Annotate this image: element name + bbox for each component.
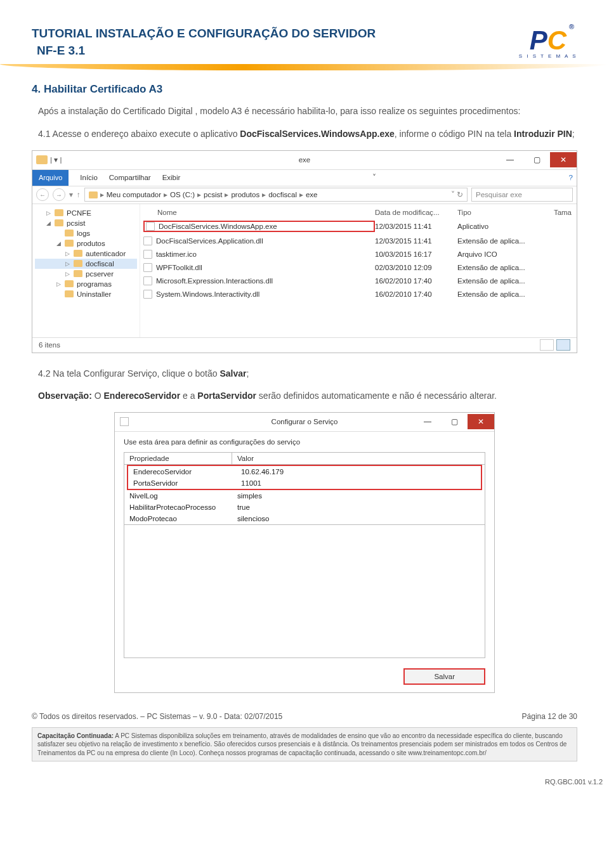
logo: P C® S I S T E M A S <box>519 25 577 59</box>
breadcrumb[interactable]: ▸ Meu computador▸ OS (C:)▸ pcsist▸ produ… <box>84 188 468 202</box>
help-icon[interactable]: ? <box>569 174 573 181</box>
close-button[interactable]: ✕ <box>468 414 494 429</box>
doc-title-l2: NF-E 3.1 <box>37 42 376 60</box>
file-icon <box>143 263 152 272</box>
file-icon <box>143 290 152 299</box>
folder-tree[interactable]: ▷PCNFE ◢pcsist logs ◢produtos ▷autentica… <box>32 204 140 337</box>
ribbon-tab-compartilhar[interactable]: Compartilhar <box>109 174 151 181</box>
search-input[interactable]: Pesquisar exe <box>471 188 573 202</box>
maximize-button[interactable]: ▢ <box>441 414 468 429</box>
explorer-statusbar: 6 itens <box>32 337 577 353</box>
salvar-button[interactable]: Salvar <box>403 668 485 685</box>
config-table: Propriedade Valor EnderecoServidor10.62.… <box>124 452 485 525</box>
view-mode-button[interactable] <box>540 339 554 351</box>
step-42: 4.2 Na tela Configurar Serviço, clique o… <box>38 367 577 381</box>
nav-forward-button[interactable]: → <box>53 188 65 201</box>
table-row[interactable]: NivelLogsimples <box>124 490 485 502</box>
footer-left: © Todos os direitos reservados. – PC Sis… <box>32 712 282 721</box>
view-mode-button[interactable] <box>556 339 570 351</box>
doc-title-l1: TUTORIAL INSTALAÇÃO E CONFIGURAÇÃO DO SE… <box>32 25 376 42</box>
file-icon <box>143 276 152 285</box>
ribbon-tab-exibir[interactable]: Exibir <box>162 174 181 181</box>
section-heading: 4. Habilitar Certificado A3 <box>32 83 577 96</box>
col-header-val: Valor <box>232 453 485 464</box>
footer-page-number: Página 12 de 30 <box>522 712 577 721</box>
folder-icon <box>89 191 98 198</box>
logo-p: P <box>530 25 547 56</box>
nav-back-button[interactable]: ← <box>36 188 49 201</box>
file-icon <box>143 250 152 259</box>
footer-code: RQ.GBC.001 v.1.2 <box>0 774 609 796</box>
config-window: Configurar o Serviço — ▢ ✕ Use esta área… <box>114 412 495 693</box>
file-icon <box>146 222 155 231</box>
maximize-button[interactable]: ▢ <box>523 152 550 167</box>
logo-c: C® <box>547 25 566 56</box>
table-row[interactable]: PortaServidor11001 <box>128 477 481 489</box>
file-row[interactable]: tasktimer.ico 10/03/2015 16:17 Arquivo I… <box>142 248 573 261</box>
config-empty-area <box>124 525 485 658</box>
explorer-window: | ▾ | exe — ▢ ✕ Arquivo Início Compartil… <box>32 150 577 353</box>
step-41: 4.1 Acesse o endereço abaixo execute o a… <box>38 127 577 141</box>
intro-text: Após a instalação do Certificado Digital… <box>38 105 577 119</box>
minimize-button[interactable]: — <box>497 152 523 167</box>
file-row[interactable]: Microsoft.Expression.Interactions.dll 16… <box>142 275 573 288</box>
app-icon <box>120 417 129 426</box>
logo-registered: ® <box>569 23 574 30</box>
table-row[interactable]: EnderecoServidor10.62.46.179 <box>128 466 481 477</box>
header-swoosh <box>0 64 609 70</box>
explorer-titlebar: | ▾ | exe — ▢ ✕ <box>32 151 577 170</box>
file-row[interactable]: System.Windows.Interactivity.dll 16/02/2… <box>142 288 573 301</box>
file-icon <box>143 236 152 245</box>
close-button[interactable]: ✕ <box>550 152 577 167</box>
minimize-button[interactable]: — <box>414 414 441 429</box>
config-title: Configurar o Serviço <box>272 418 338 425</box>
table-row[interactable]: ModoProtecaosilencioso <box>124 513 485 524</box>
config-description: Use esta área para definir as configuraç… <box>124 438 485 446</box>
capacitacao-box: Capacitação Continuada: A PC Sistemas di… <box>32 727 577 762</box>
col-header-prop: Propriedade <box>124 453 232 464</box>
file-list-header: Nome Data de modificaç... Tipo Tama <box>142 206 573 219</box>
ribbon-tab-inicio[interactable]: Início <box>80 174 98 181</box>
folder-icon <box>36 155 48 164</box>
step-42-obs: Observação: O EnderecoServidor e a Porta… <box>38 389 577 403</box>
file-row[interactable]: WPFToolkit.dll 02/03/2010 12:09 Extensão… <box>142 261 573 275</box>
explorer-title: exe <box>299 156 311 164</box>
table-row[interactable]: HabilitarProtecaoProcessotrue <box>124 502 485 513</box>
file-row[interactable]: DocFiscalServices.WindowsApp.exe 12/03/2… <box>142 219 573 235</box>
file-row[interactable]: DocFiscalServices.Application.dll 12/03/… <box>142 235 573 248</box>
ribbon-tab-arquivo[interactable]: Arquivo <box>32 170 69 186</box>
